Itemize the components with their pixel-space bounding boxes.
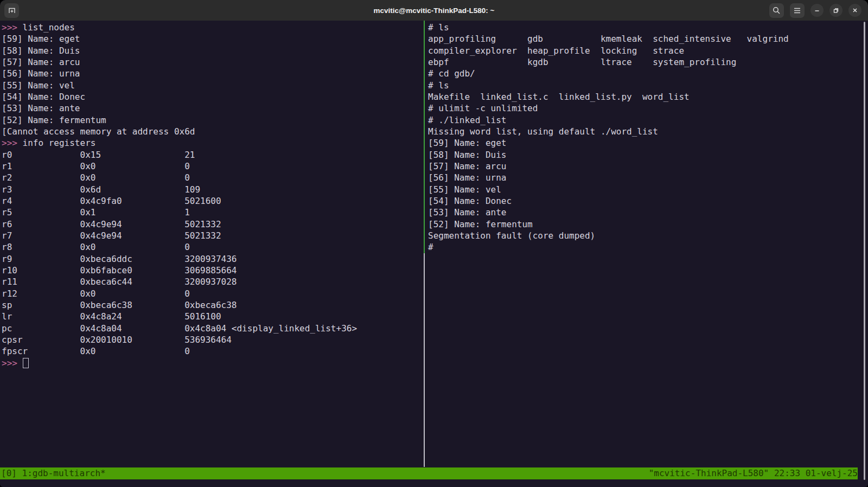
terminal-cursor: [23, 358, 29, 368]
terminal-line: Makefile linked_list.c linked_list.py wo…: [428, 91, 789, 102]
terminal-line: Segmentation fault (core dumped): [428, 230, 789, 241]
terminal-line: [55] Name: vel: [428, 184, 789, 195]
terminal-line: [Cannot access memory at address 0x6d: [2, 126, 357, 137]
terminal-line: #: [428, 241, 789, 253]
terminal-line: [54] Name: Donec: [2, 91, 357, 102]
pane-border[interactable]: [424, 253, 425, 467]
restore-button[interactable]: [829, 4, 843, 17]
terminal-line: >>> list_nodes: [2, 22, 357, 33]
new-tab-button[interactable]: [4, 3, 19, 18]
terminal-line: # ./linked_list: [428, 114, 789, 126]
terminal-line: Missing word list, using default ./word_…: [428, 126, 789, 137]
terminal-line: r4 0x4c9fa0 5021600: [2, 195, 357, 207]
titlebar[interactable]: mcvitic@mcvitic-ThinkPad-L580: ~: [0, 0, 868, 21]
terminal-line: [52] Name: fermentum: [2, 114, 357, 126]
terminal-line: # ls: [428, 80, 789, 91]
terminal-line: r0 0x15 21: [2, 149, 357, 161]
terminal-line: ebpf kgdb ltrace system_profiling: [428, 56, 789, 68]
terminal-line: r6 0x4c9e94 5021332: [2, 219, 357, 230]
tmux-status-right: "mcvitic-ThinkPad-L580" 22:33 01-velj-25: [649, 467, 858, 479]
tmux-status-bar: [0] 1:gdb-multiarch* "mcvitic-ThinkPad-L…: [0, 467, 858, 479]
terminal-line: >>>: [2, 357, 357, 369]
terminal-line: compiler_explorer heap_profile locking s…: [428, 45, 789, 56]
terminal-line: r5 0x1 1: [2, 207, 357, 218]
terminal-line: [57] Name: arcu: [428, 161, 789, 172]
terminal-line: app_profiling gdb kmemleak sched_intensi…: [428, 33, 789, 44]
terminal-line: r7 0x4c9e94 5021332: [2, 230, 357, 241]
terminal-line: r1 0x0 0: [2, 161, 357, 172]
terminal-line: r10 0xb6fabce0 3069885664: [2, 265, 357, 276]
terminal-line: fpscr 0x0 0: [2, 345, 357, 357]
terminal-line: [58] Name: Duis: [428, 149, 789, 161]
terminal-line: >>> info registers: [2, 137, 357, 149]
terminal-line: [56] Name: urna: [2, 68, 357, 79]
terminal-line: [56] Name: urna: [428, 172, 789, 183]
gdb-pane[interactable]: >>> list_nodes[59] Name: eget[58] Name: …: [2, 22, 357, 369]
terminal-line: [52] Name: fermentum: [428, 219, 789, 230]
terminal-line: [59] Name: eget: [2, 33, 357, 44]
terminal-line: cpsr 0x20010010 536936464: [2, 334, 357, 345]
shell-pane[interactable]: # lsapp_profiling gdb kmemleak sched_int…: [428, 22, 789, 253]
terminal-line: [54] Name: Donec: [428, 195, 789, 207]
close-button[interactable]: [848, 4, 861, 17]
terminal-window: mcvitic@mcvitic-ThinkPad-L580: ~: [0, 0, 868, 487]
terminal-line: r11 0xbeca6c44 3200937028: [2, 276, 357, 287]
terminal-line: [57] Name: arcu: [2, 56, 357, 68]
terminal-line: r8 0x0 0: [2, 241, 357, 253]
close-icon: [851, 7, 859, 14]
terminal-line: # ulimit -c unlimited: [428, 102, 789, 114]
terminal-content: >>> list_nodes[59] Name: eget[58] Name: …: [0, 21, 868, 487]
terminal-line: pc 0x4c8a04 0x4c8a04 <display_linked_lis…: [2, 323, 357, 334]
minimize-icon: [813, 7, 821, 14]
terminal-line: sp 0xbeca6c38 0xbeca6c38: [2, 299, 357, 311]
restore-window-icon: [832, 7, 840, 14]
search-button[interactable]: [769, 3, 784, 18]
terminal-line: [53] Name: ante: [428, 207, 789, 218]
search-icon: [772, 6, 781, 15]
terminal-line: [53] Name: ante: [2, 102, 357, 114]
terminal-line: lr 0x4c8a24 5016100: [2, 311, 357, 322]
tmux-window-list: [0] 1:gdb-multiarch*: [1, 467, 106, 479]
terminal-line: # cd gdb/: [428, 68, 789, 79]
terminal-line: # ls: [428, 22, 789, 33]
minimize-button[interactable]: [810, 4, 824, 17]
hamburger-menu-icon: [793, 6, 802, 15]
terminal-line: r9 0xbeca6ddc 3200937436: [2, 253, 357, 265]
window-title: mcvitic@mcvitic-ThinkPad-L580: ~: [0, 7, 868, 15]
scrollbar[interactable]: [864, 22, 865, 480]
terminal-line: [55] Name: vel: [2, 80, 357, 91]
menu-button[interactable]: [790, 3, 805, 18]
terminal-line: r2 0x0 0: [2, 172, 357, 183]
terminal-line: r12 0x0 0: [2, 288, 357, 299]
new-tab-icon: [7, 5, 17, 15]
terminal-line: r3 0x6d 109: [2, 184, 357, 195]
terminal-line: [58] Name: Duis: [2, 45, 357, 56]
terminal-line: [59] Name: eget: [428, 137, 789, 149]
pane-border-active[interactable]: [424, 21, 425, 253]
